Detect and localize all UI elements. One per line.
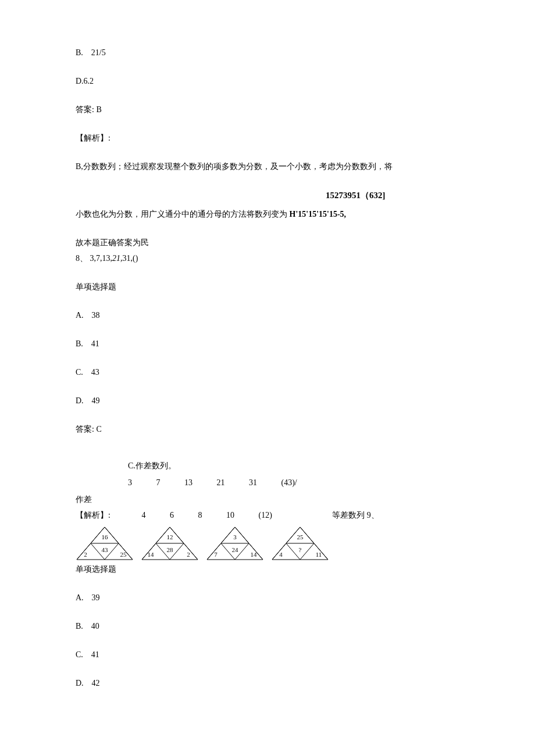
- q8-option-a: A. 38: [76, 309, 459, 321]
- tri-mid: ?: [299, 546, 302, 553]
- tri-right: 2: [187, 550, 190, 557]
- q7-analysis-line2a: 小数也化为分数，用广义通分中的通分母的方法将数列变为: [76, 210, 290, 218]
- svg-line-23: [300, 543, 314, 560]
- tri-left: 2: [84, 550, 87, 557]
- q7-analysis-line2: 小数也化为分数，用广义通分中的通分母的方法将数列变为 H'15'15'15'15…: [76, 208, 459, 220]
- q7-right-formula: 15273951（632]: [326, 189, 459, 202]
- q9-option-c: C. 41: [76, 648, 459, 661]
- seq-n: 13: [184, 476, 192, 489]
- tri-mid: 43: [102, 546, 109, 553]
- svg-line-9: [184, 543, 198, 560]
- q8-stem-a: 8、 3,7,13,: [76, 254, 112, 263]
- tri-right: 25: [120, 550, 127, 557]
- seq-n: 31: [249, 476, 257, 489]
- q7-option-b: B. 21/5: [76, 46, 459, 59]
- q8-diff-pre: 作差: [76, 493, 459, 506]
- q8-sequence-row: 3 7 13 21 31 (43)/: [128, 476, 459, 489]
- q7-analysis-line3: 故本题正确答案为民: [76, 237, 459, 249]
- q8-diff-row: 【解析】: 4 6 8 10 (12) 等差数列 9、: [76, 509, 459, 521]
- triangle-figure: 25 ? 4 11: [271, 526, 329, 561]
- seq-n: 7: [156, 476, 160, 489]
- seq-n: (43)/: [281, 476, 297, 489]
- tri-right: 14: [251, 550, 258, 557]
- q8-diff-tail: 等差数列 9、: [332, 511, 379, 519]
- tri-mid: 28: [167, 546, 174, 553]
- q9-option-a: A. 39: [76, 592, 459, 604]
- svg-line-22: [286, 543, 300, 560]
- diff-n: (12): [259, 509, 272, 521]
- q9-option-d: D. 42: [76, 677, 459, 689]
- q7-answer: 答案: B: [76, 103, 459, 116]
- tri-left: 4: [279, 550, 283, 557]
- diff-n: 8: [198, 509, 202, 521]
- q8-option-d: D. 49: [76, 395, 459, 407]
- tri-top: 25: [297, 533, 304, 540]
- tri-mid: 24: [232, 546, 239, 553]
- q8-option-c: C. 43: [76, 366, 459, 378]
- seq-n: 21: [217, 476, 225, 489]
- triangle-figure: 3 24 7 14: [206, 526, 264, 561]
- triangle-figure: 16 43 2 25: [76, 526, 134, 561]
- diff-n: 10: [226, 509, 234, 521]
- seq-n: 3: [128, 476, 132, 489]
- q8-stem: 8、 3,7,13,21,31,(): [76, 252, 459, 264]
- q8-stem-b: 31,(): [123, 254, 138, 263]
- diff-n: 6: [170, 509, 174, 521]
- q8-analysis-label: 【解析】:: [76, 509, 128, 521]
- q9-triangle-row: 16 43 2 25 12 28 14 2: [76, 526, 459, 561]
- q8-type: 单项选择题: [76, 281, 459, 293]
- q8-option-b: B. 41: [76, 338, 459, 350]
- tri-right: 11: [316, 550, 322, 557]
- tri-top: 3: [233, 533, 237, 540]
- tri-top: 16: [102, 533, 109, 540]
- tri-left: 14: [148, 550, 155, 557]
- diff-n: 4: [142, 509, 146, 521]
- q8-answer: 答案: C: [76, 423, 459, 435]
- tri-top: 12: [167, 533, 173, 540]
- document-page: B. 21/5 D.6.2 答案: B 【解析】: B,分数数列；经过观察发现整…: [0, 0, 535, 729]
- tri-left: 7: [214, 550, 217, 557]
- q7-option-d: D.6.2: [76, 75, 459, 87]
- q7-analysis-line1: B,分数数列；经过观察发现整个数列的项多数为分数，及一个小数，考虑为分数数列，将: [76, 160, 459, 173]
- q9-type: 单项选择题: [76, 563, 459, 575]
- q7-analysis-line2b: H'15'15'15'15-5,: [290, 210, 347, 218]
- q8-sol-c: C.作差数列。: [128, 460, 459, 472]
- q7-analysis-label: 【解析】:: [76, 132, 459, 144]
- triangle-figure: 12 28 14 2: [141, 526, 199, 561]
- q8-stem-italic: 21,: [112, 254, 123, 263]
- q9-option-b: B. 40: [76, 620, 459, 632]
